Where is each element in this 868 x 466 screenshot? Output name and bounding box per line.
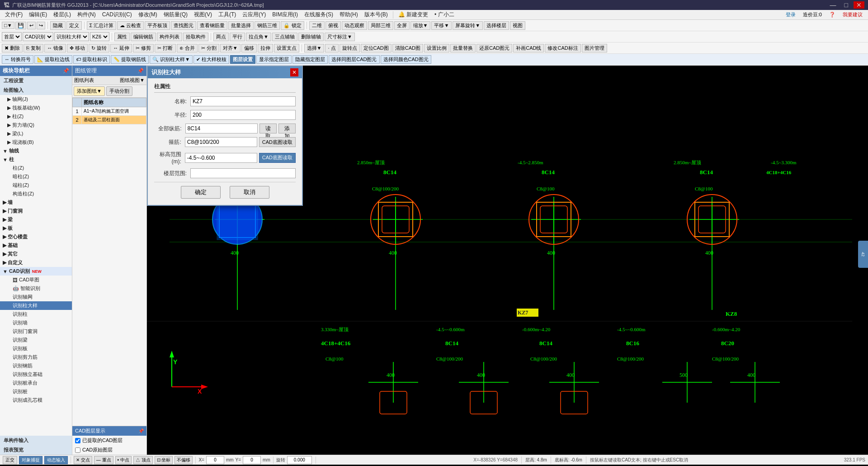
del-btn[interactable]: ✖ 删除 (2, 44, 23, 52)
restorecad-btn[interactable]: 还原CAD图元 (476, 44, 512, 52)
layer-item-original[interactable]: CAD原始图层 (72, 445, 146, 455)
scrrot-btn[interactable]: 屏幕旋转▼ (453, 21, 483, 30)
tree-item-slab[interactable]: ▶ 现浇板(B) (0, 138, 72, 147)
topview-btn[interactable]: 俯视 (326, 21, 341, 30)
login-btn[interactable]: 登录 (782, 10, 799, 19)
merge-btn[interactable]: ⊕ 合并 (177, 44, 198, 52)
fullscr-btn[interactable]: 全屏 (394, 21, 410, 30)
delaxis-btn[interactable]: 删除辅轴 (298, 33, 324, 41)
close-btn[interactable]: ✕ (854, 1, 864, 9)
tree-section-settings[interactable]: 工程设置 (0, 76, 72, 86)
align-btn[interactable]: 对齐▼ (220, 44, 241, 52)
cad-mode-select[interactable]: CAD识别 (23, 32, 53, 41)
batchrepl-btn[interactable]: 批量替换 (450, 44, 476, 52)
read-btn[interactable]: 读取 (259, 124, 277, 133)
layers-pin[interactable]: 📌 (138, 428, 144, 433)
selsamecol-btn[interactable]: 选择同颜色CAD图元 (381, 55, 431, 64)
input-allrebar[interactable] (185, 124, 258, 133)
component-select[interactable]: KZ6 (90, 32, 109, 41)
input-floor[interactable] (190, 168, 296, 178)
tree-item-idslab[interactable]: 识别板 (0, 344, 72, 353)
help-icon[interactable]: ❓ (826, 11, 839, 19)
midpoint-btn[interactable]: • 中点 (115, 456, 132, 464)
tree-item-idwall[interactable]: 识别墙 (0, 319, 72, 327)
find-btn[interactable]: 查找图元 (171, 21, 196, 30)
layerset-btn[interactable]: 图层设置 (230, 55, 255, 64)
point-btn[interactable]: · 点 (325, 44, 338, 52)
tree-group-hollow[interactable]: ▶ 空心楼盖 (0, 233, 72, 241)
select-btn[interactable]: 选择▼ (304, 44, 325, 52)
poscad-btn[interactable]: 定位CAD图 (361, 44, 392, 52)
coord-x-input[interactable] (206, 456, 224, 464)
dimension-btn[interactable]: 尺寸标注▼ (325, 33, 355, 41)
complist-btn[interactable]: 构件列表 (157, 33, 182, 41)
minimize-btn[interactable]: — (827, 1, 839, 9)
clrcad-btn[interactable]: 清除CAD图 (392, 44, 423, 52)
tree-group-custom[interactable]: ▶ 自定义 (0, 258, 72, 267)
drawing-row-2[interactable]: 2 基础及二层柱面面 (73, 116, 146, 124)
extcollabel-btn[interactable]: 🏷 提取柱标识 (73, 55, 110, 64)
tree-item-col[interactable]: ▶ 柱(Z) (0, 112, 72, 121)
pickup-btn[interactable]: 拾取构件 (183, 33, 208, 41)
tree-section-single[interactable]: 单构件输入 (0, 436, 72, 445)
rotate-input[interactable] (287, 456, 312, 464)
break-btn[interactable]: ✂ 打断 (155, 44, 175, 52)
dialog-close-btn[interactable]: ✕ (290, 68, 298, 76)
menu-layer[interactable]: 楼层(L) (50, 10, 74, 19)
endpoint-btn[interactable]: — 重点 (94, 456, 113, 464)
price-btn[interactable]: 造价豆:0 (799, 10, 826, 19)
sellayer-btn[interactable]: 选择楼层 (484, 21, 509, 30)
define-btn[interactable]: 定义 (66, 21, 82, 30)
setscale-btn[interactable]: 设置比例 (424, 44, 449, 52)
prop-btn[interactable]: 属性 (114, 33, 130, 41)
tree-group-wall[interactable]: ▶ 墙 (0, 198, 72, 207)
tree-item-idcolbig[interactable]: 识别柱大样 (0, 301, 72, 310)
cad-read-stirrup-btn[interactable]: CAD底图读取 (259, 137, 296, 147)
menu-bim[interactable]: BIM应用(I) (269, 10, 301, 19)
undo-btn[interactable]: ↩ (27, 22, 36, 29)
menu-newchange[interactable]: 🔔 新建变更 (395, 10, 431, 19)
imgmgr-btn[interactable]: 图片管理 (582, 44, 607, 52)
menu-edit[interactable]: 编辑(E) (26, 10, 50, 19)
tree-item-axis[interactable]: ▶ 轴网(J) (0, 95, 72, 104)
tree-item-idcol[interactable]: 识别柱 (0, 310, 72, 319)
input-radius[interactable] (190, 110, 296, 120)
extend-btn[interactable]: ↔ 延伸 (110, 44, 132, 52)
menu-guang2[interactable]: • 广小二 (431, 10, 458, 19)
tree-group-base[interactable]: ▶ 基础 (0, 241, 72, 250)
redo-btn[interactable]: ↪ (37, 22, 45, 29)
right-indicator[interactable]: 42 (858, 241, 868, 268)
rotate-btn[interactable]: ↻ 旋转 (89, 44, 109, 52)
service-btn[interactable]: 我要建议 (839, 10, 866, 19)
tree-item-idisofound[interactable]: 识别独立基础 (0, 370, 72, 379)
menu-rebar[interactable]: 钢筋量(Q) (160, 10, 191, 19)
layer-extracted-checkbox[interactable] (75, 438, 80, 443)
input-elevation[interactable] (185, 153, 257, 163)
editrebar-btn[interactable]: 编辑钢筋 (131, 33, 156, 41)
menu-modify[interactable]: 修改(M) (135, 10, 160, 19)
rotpt-btn[interactable]: 旋转点 (340, 44, 360, 52)
tree-group-axis[interactable]: ▼ 轴线 (0, 147, 72, 155)
tree-group-beam[interactable]: ▶ 梁 (0, 215, 72, 224)
showlayer-btn[interactable]: 显示指定图层 (256, 55, 292, 64)
nooffset-btn[interactable]: 不偏移 (175, 456, 193, 464)
tree-group-col[interactable]: ▼ 柱 (0, 155, 72, 164)
save-btn[interactable]: 💾 (15, 22, 26, 29)
tree-item-col-z[interactable]: 柱(Z) (0, 164, 72, 172)
convsym-btn[interactable]: ↔ 转换符号 (2, 55, 33, 64)
tree-group-door[interactable]: ▶ 门窗洞 (0, 207, 72, 215)
tree-item-idhole[interactable]: 识别成孔芯模 (0, 396, 72, 404)
layer-item-extracted[interactable]: 已提取的CAD图层 (72, 436, 146, 445)
identify-select[interactable]: 识别柱大样 (54, 32, 89, 41)
modcaddim-btn[interactable]: 修改CAD标注 (545, 44, 580, 52)
menu-view[interactable]: 视图(V) (191, 10, 215, 19)
floor-select[interactable]: 首层 (2, 32, 22, 41)
tree-item-cadsketch[interactable]: 🖼 CAD草图 (0, 276, 72, 284)
extcol-btn[interactable]: 📐 提取柱边线 (34, 55, 72, 64)
input-stirrup[interactable] (185, 137, 257, 147)
panel-pin[interactable]: 📌 (137, 68, 144, 74)
batchsel-btn[interactable]: 批量选择 (228, 21, 254, 30)
tree-item-shearwall[interactable]: ▶ 剪力墙(Q) (0, 121, 72, 129)
cad-read-elev-btn[interactable]: CAD底图读取 (259, 153, 296, 163)
viewmgr-btn[interactable]: 视图 (510, 21, 525, 30)
